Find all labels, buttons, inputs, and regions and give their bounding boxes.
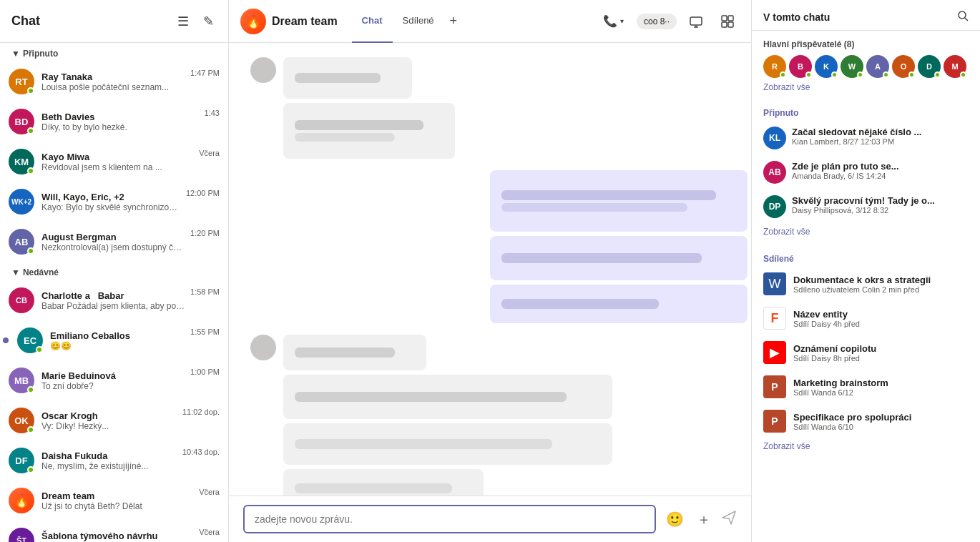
svg-rect-0: [690, 17, 702, 25]
chat-preview: Louisa pošle počáteční seznam...: [41, 82, 186, 92]
pinned-info: Začal sledovat nějaké číslo ... Kian Lam…: [792, 127, 969, 146]
chat-name: Charlotte a Babar: [41, 290, 186, 301]
sidebar-header: Chat ☰ ✎: [0, 0, 228, 43]
status-dot: [27, 426, 34, 433]
contributor-avatar-wrap: B: [789, 55, 812, 78]
avatar-wrap: ŠT: [9, 528, 34, 542]
shared-item-marketing[interactable]: P Marketing brainstorm Sdílí Wanda 6/12: [752, 370, 980, 404]
contributor-avatar-wrap: W: [841, 55, 863, 78]
pinned-item-kian[interactable]: KL Začal sledovat nějaké číslo ... Kian …: [752, 121, 980, 155]
status-dot: [27, 386, 34, 393]
chat-item-emiliano[interactable]: EC Emiliano Ceballos 😊😊 1:55 PM: [0, 320, 228, 360]
main-area: 🔥 Dream team Chat Sdílené + 📞 ▾ coo 8··: [229, 0, 751, 542]
pinned-name: Skvělý pracovní tým! Tady je o...: [792, 195, 969, 206]
pinned-section-label: ▼ Připnuto: [0, 43, 228, 61]
message-avatar: [250, 335, 276, 360]
unread-dot: [3, 337, 9, 343]
chat-name: Daisha Fukuda: [41, 450, 178, 461]
chat-time: 11:02 dop.: [182, 406, 220, 416]
emoji-button[interactable]: 🙂: [663, 508, 687, 531]
contributor-avatar-wrap: M: [944, 55, 966, 78]
chat-time: Včera: [199, 486, 220, 496]
shared-info: Specifikace pro spolupráci Sdílí Wanda 6…: [793, 412, 969, 431]
message-bubble: [283, 335, 426, 370]
chat-list: ▼ Připnuto RT Ray Tanaka Louisa pošle po…: [0, 43, 228, 542]
svg-rect-3: [722, 22, 727, 27]
pinned-avatar: AB: [763, 161, 786, 184]
more-options-button[interactable]: [715, 12, 740, 31]
chat-time: 1:55 PM: [190, 326, 220, 336]
show-all-contributors[interactable]: Zobrazit vše: [763, 82, 969, 92]
chat-preview: Ne, myslím, že existujíjíné...: [41, 461, 178, 471]
youtube-icon: ▶: [763, 341, 786, 364]
tab-chat[interactable]: Chat: [352, 0, 393, 43]
chat-item-charlotte-babar[interactable]: CB Charlotte a Babar Babar Požádal jsem …: [0, 280, 228, 320]
chat-info: Marie Beduinová To zní dobře?: [41, 370, 186, 391]
chat-item-dream-team[interactable]: 🔥 Dream team Už jsi to chytá Beth? Dělat…: [0, 481, 228, 521]
tab-add-button[interactable]: +: [444, 11, 464, 31]
chat-time: 1:58 PM: [190, 286, 220, 296]
contributors-section: Hlavní přispěvatelé (8) R B K W A: [752, 31, 980, 102]
pinned-meta: Amanda Brady, 6/ IS 14:24: [792, 172, 969, 180]
chat-item-group-will[interactable]: WK+2 Will, Kayo, Eric, +2 Kayo: Bylo by …: [0, 182, 228, 222]
pinned-item-daisy[interactable]: DP Skvělý pracovní tým! Tady je o... Dai…: [752, 189, 980, 224]
phone-icon: 📞: [603, 14, 617, 28]
status-dot: [36, 346, 43, 353]
screenshare-button[interactable]: [684, 12, 708, 31]
avatar-wrap: OK: [9, 408, 34, 433]
avatar: WK+2: [9, 189, 34, 215]
chat-info: Emiliano Ceballos 😊😊: [50, 330, 186, 351]
chat-item-beth-davies[interactable]: BD Beth Davies Díky, to by bylo hezké. 1…: [0, 102, 228, 142]
compose-button[interactable]: ✎: [200, 11, 217, 32]
chat-item-oscar[interactable]: OK Oscar Krogh Vy: Díky! Hezký... 11:02 …: [0, 400, 228, 440]
chat-item-ray-tanaka[interactable]: RT Ray Tanaka Louisa pošle počáteční sez…: [0, 61, 228, 102]
shared-item-youtube[interactable]: ▶ Oznámení copilotu Sdílí Daisy 8h před: [752, 335, 980, 370]
powerpoint-icon: P: [763, 410, 786, 433]
user-badge: coo 8··: [637, 14, 677, 29]
attach-button[interactable]: ＋: [694, 507, 714, 532]
right-panel-search-button[interactable]: [957, 10, 969, 24]
topbar: 🔥 Dream team Chat Sdílené + 📞 ▾ coo 8··: [229, 0, 751, 43]
show-all-pinned[interactable]: Zobrazit vše: [763, 227, 969, 237]
avatar: ŠT: [9, 528, 34, 542]
message-input[interactable]: [243, 505, 656, 533]
chat-item-marie[interactable]: MB Marie Beduinová To zní dobře? 1:00 PM: [0, 360, 228, 400]
shared-name: Název entity: [793, 309, 969, 320]
chat-preview: To zní dobře?: [41, 381, 186, 391]
message-group: [250, 57, 730, 159]
search-icon: [957, 10, 969, 21]
send-button[interactable]: [721, 510, 737, 529]
message-group-right: [250, 170, 730, 323]
chat-name: Marie Beduinová: [41, 370, 186, 381]
shared-name: Oznámení copilotu: [793, 343, 969, 354]
show-all-pinned-wrap: Zobrazit vše: [752, 224, 980, 248]
avatar-wrap: CB: [9, 287, 34, 313]
pinned-item-amanda[interactable]: AB Zde je plán pro tuto se... Amanda Bra…: [752, 155, 980, 189]
chat-item-daisha[interactable]: DF Daisha Fukuda Ne, myslím, že existují…: [0, 440, 228, 481]
shared-item-figma[interactable]: F Název entity Sdílí Daisy 4h před: [752, 301, 980, 335]
pinned-name: Zde je plán pro tuto se...: [792, 161, 969, 172]
chat-info: Beth Davies Díky, to by bylo hezké.: [41, 112, 200, 132]
shared-item-spec[interactable]: P Specifikace pro spolupráci Sdílí Wanda…: [752, 404, 980, 438]
status-dot: [27, 466, 34, 473]
filter-button[interactable]: ☰: [175, 11, 192, 32]
chat-item-sablona[interactable]: ŠT Šablona týmového návrhu Rita Pojdme v…: [0, 521, 228, 542]
message-bubble: [283, 375, 612, 419]
contributor-avatar-wrap: R: [763, 55, 786, 78]
call-button[interactable]: 📞 ▾: [597, 11, 629, 31]
svg-rect-2: [728, 16, 733, 21]
chat-item-kayo-miwa[interactable]: KM Kayo Miwa Revidoval jsem s klientem n…: [0, 142, 228, 182]
chat-info: August Bergman Nezkontroloval(a) jsem do…: [41, 232, 186, 252]
status-dot: [27, 167, 34, 174]
tab-shared[interactable]: Sdílené: [393, 0, 444, 43]
sidebar-actions: ☰ ✎: [175, 11, 217, 32]
svg-rect-4: [728, 22, 733, 27]
show-all-shared[interactable]: Zobrazit vše: [763, 441, 969, 451]
powerpoint-icon: P: [763, 375, 786, 398]
shared-item-docs[interactable]: W Dokumentace k okrs a strategii Sdíleno…: [752, 267, 980, 301]
contributor-avatar-wrap: D: [918, 55, 941, 78]
chat-name: Oscar Krogh: [41, 410, 178, 421]
chat-item-august-bergman[interactable]: AB August Bergman Nezkontroloval(a) jsem…: [0, 222, 228, 262]
shared-meta: Sdílí Wanda 6/10: [793, 423, 969, 431]
shared-info: Marketing brainstorm Sdílí Wanda 6/12: [793, 378, 969, 397]
